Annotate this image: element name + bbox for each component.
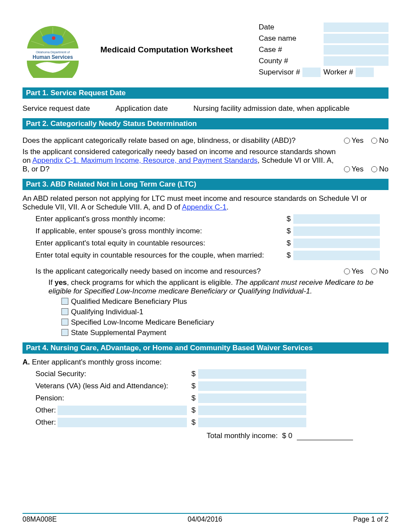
application-date-label: Application date xyxy=(116,104,185,113)
p4-other2-desc-field[interactable] xyxy=(58,418,187,427)
prog-label-1: Qualifying Individual-1 xyxy=(71,308,143,316)
p4-total-value: 0 xyxy=(288,432,292,440)
p4-pension-label: Pension: xyxy=(35,394,64,403)
case-name-field[interactable] xyxy=(324,34,389,43)
p4-va-field[interactable] xyxy=(198,381,306,391)
p2-q2-no[interactable]: No xyxy=(371,165,389,174)
prog-check-2[interactable] xyxy=(61,319,68,326)
supervisor-no-label: Supervisor # xyxy=(259,68,300,77)
prog-check-0[interactable] xyxy=(61,298,68,305)
worker-no-field[interactable] xyxy=(356,68,374,77)
part4-header: Part 4. Nursing Care, ADvantage, or Home… xyxy=(22,342,389,354)
p4-ss-label: Social Security: xyxy=(35,370,86,378)
dollar-sign: $ xyxy=(282,432,286,440)
p2-q2-yes[interactable]: Yes xyxy=(344,165,364,174)
p3-spouse-income-field[interactable] xyxy=(293,226,380,236)
p3-q-yes[interactable]: Yes xyxy=(344,267,364,276)
part3-header: Part 3. ABD Related Not in Long Term Car… xyxy=(22,179,389,190)
p4-a-heading: A. Enter applicant's monthly gross incom… xyxy=(22,358,389,367)
p3-r3-label: Enter applicant's total equity in counta… xyxy=(35,239,282,248)
svg-point-5 xyxy=(52,36,55,40)
p2-q1-no[interactable]: No xyxy=(371,136,389,145)
date-field[interactable] xyxy=(324,23,389,32)
p3-q-no[interactable]: No xyxy=(371,267,389,276)
agency-logo: Oklahoma Department of Human Services xyxy=(22,22,83,78)
prog-check-3[interactable] xyxy=(61,329,68,336)
service-request-date-label: Service request date xyxy=(22,104,107,113)
p3-ifyes-text: If yes, check programs for which the app… xyxy=(48,278,389,296)
county-no-label: County # xyxy=(259,57,288,65)
appendix-c1-link-2[interactable]: Appendix C-1 xyxy=(182,203,227,211)
admission-date-label: Nursing facility admission date, when ap… xyxy=(193,104,389,113)
worker-no-label: Worker # xyxy=(323,68,353,77)
p3-intro: An ABD related person not applying for L… xyxy=(22,194,389,212)
date-label: Date xyxy=(259,23,274,32)
p4-pension-field[interactable] xyxy=(198,393,306,403)
p3-equity-field[interactable] xyxy=(293,239,380,248)
p2-q1-yes[interactable]: Yes xyxy=(344,136,364,145)
p3-q-text: Is the applicant categorically needy bas… xyxy=(35,267,336,276)
prog-label-0: Qualified Medicare Beneficiary Plus xyxy=(71,297,187,306)
appendix-c1-link[interactable]: Appendix C-1. Maximum Income, Resource, … xyxy=(32,156,258,164)
p3-couple-equity-field[interactable] xyxy=(293,251,380,260)
p4-other1-desc-field[interactable] xyxy=(58,406,187,415)
footer-form-no: 08MA008E xyxy=(22,516,57,523)
p3-gross-income-field[interactable] xyxy=(293,214,380,224)
svg-text:Human Services: Human Services xyxy=(32,54,73,60)
supervisor-no-field[interactable] xyxy=(302,68,321,77)
p3-r1-label: Enter applicant's gross monthly income: xyxy=(35,215,282,223)
p4-other1-label: Other: xyxy=(35,406,56,415)
p3-r2-label: If applicable, enter spouse's gross mont… xyxy=(35,227,282,235)
prog-check-1[interactable] xyxy=(61,308,68,315)
p4-total-label: Total monthly income: xyxy=(191,432,278,440)
county-no-field[interactable] xyxy=(324,56,389,66)
p3-r4-label: Enter total equity in countable resource… xyxy=(35,251,282,260)
p4-total-underline xyxy=(297,432,353,440)
part2-header: Part 2. Categorically Needy Status Deter… xyxy=(22,118,389,129)
p4-other1-field[interactable] xyxy=(198,406,306,415)
page-title: Medicaid Computation Worksheet xyxy=(100,45,246,55)
dollar-sign: $ xyxy=(285,215,291,223)
part1-header: Part 1. Service Request Date xyxy=(22,87,389,99)
case-no-label: Case # xyxy=(259,45,282,54)
case-name-label: Case name xyxy=(259,34,296,43)
prog-label-3: State Supplemental Payment xyxy=(71,329,166,337)
p4-va-label: Veterans (VA) (less Aid and Attendance): xyxy=(35,382,168,390)
p2-q2-text: Is the applicant considered categoricall… xyxy=(22,148,336,174)
footer-page: Page 1 of 2 xyxy=(353,516,389,523)
p4-ss-field[interactable] xyxy=(198,369,306,379)
prog-label-2: Specified Low-Income Medicare Beneficiar… xyxy=(71,318,214,326)
footer-date: 04/04/2016 xyxy=(188,516,222,523)
p2-q1-text: Does the applicant categorically relate … xyxy=(22,136,336,145)
case-no-field[interactable] xyxy=(324,45,389,55)
p4-other2-label: Other: xyxy=(35,418,56,427)
svg-text:Oklahoma Department of: Oklahoma Department of xyxy=(36,51,70,54)
p4-other2-field[interactable] xyxy=(198,418,306,427)
